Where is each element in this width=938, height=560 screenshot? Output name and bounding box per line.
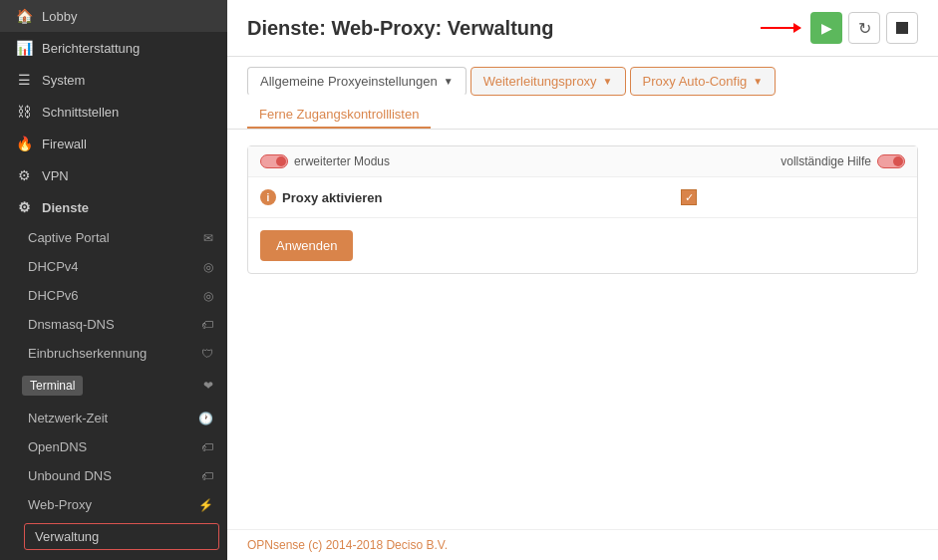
content-area: erweiterter Modus vollständige Hilfe i P… [227,130,938,529]
erweiterter-modus-toggle[interactable] [260,154,288,168]
sidebar-item-firewall[interactable]: 🔥 Firewall [0,128,227,159]
tab-row-sub: Ferne Zugangskontrolllisten [247,102,918,129]
einbruch-icon: 🛡 [201,347,213,361]
tab-weiter-label: Weiterleitungsproxy [483,74,597,89]
sidebar-label-netzwerk-zeit: Netzwerk-Zeit [28,411,108,425]
tab-ferne-label: Ferne Zugangskontrolllisten [259,107,419,122]
firewall-icon: 🔥 [14,136,34,151]
proxy-aktivieren-text: Proxy aktivieren [282,190,382,205]
terminal-icon: ❤ [203,379,213,393]
sidebar-item-web-proxy[interactable]: Web-Proxy ⚡ [0,490,227,519]
tab-allgemeine[interactable]: Allgemeine Proxyeinstellungen ▼ [247,67,467,96]
tab-proxy-auto-config[interactable]: Proxy Auto-Config ▼ [630,67,777,96]
dienste-icon: ⚙ [14,199,34,215]
sidebar-label-dhcpv6: DHCPv6 [28,288,79,303]
netzwerk-zeit-icon: 🕐 [198,412,213,425]
proxy-aktivieren-row: i Proxy aktivieren ✓ [248,177,917,218]
dhcpv6-icon: ◎ [203,289,213,303]
sidebar-item-system[interactable]: ☰ System [0,64,227,96]
refresh-button[interactable]: ↻ [848,12,880,44]
sidebar-label-dnsmasq: Dnsmasq-DNS [28,317,115,332]
sidebar-label-vpn: VPN [42,168,69,183]
apply-row: Anwenden [248,218,917,273]
topbar-actions: ▶ ↻ [761,12,918,44]
erweiterter-modus-label: erweiterter Modus [294,154,390,168]
sidebar-item-einbruchserkennung[interactable]: Einbruchserkennung 🛡 [0,339,227,368]
tab-ferne[interactable]: Ferne Zugangskontrolllisten [247,102,431,129]
content-header-row: erweiterter Modus vollständige Hilfe [248,146,917,177]
captive-icon: ✉ [203,231,213,245]
hilfe-row: vollständige Hilfe [781,154,905,168]
dnsmasq-icon: 🏷 [201,318,213,332]
main-content: Dienste: Web-Proxy: Verwaltung ▶ ↻ Allge… [227,0,938,560]
sidebar-label-lobby: Lobby [42,9,77,24]
sidebar-item-dhcpv4[interactable]: DHCPv4 ◎ [0,252,227,281]
content-box: erweiterter Modus vollständige Hilfe i P… [247,145,918,274]
sidebar-label-dienste: Dienste [42,200,89,215]
topbar: Dienste: Web-Proxy: Verwaltung ▶ ↻ [227,0,938,57]
sidebar-label-opendns: OpenDNS [28,439,87,454]
tab-proxy-label: Proxy Auto-Config [643,74,748,89]
sidebar-item-berichterstattung[interactable]: 📊 Berichterstattung [0,32,227,64]
anwenden-button[interactable]: Anwenden [260,230,353,261]
arrow-indicator [761,27,800,29]
sidebar-item-dienste[interactable]: ⚙ Dienste [0,191,227,223]
arrow-line [761,27,800,29]
sidebar-label-einbruch: Einbruchserkennung [28,346,147,361]
system-icon: ☰ [14,72,34,88]
schnittstellen-icon: ⛓ [14,104,34,120]
sidebar-label-system: System [42,73,85,88]
terminal-badge[interactable]: Terminal [22,376,83,396]
verwaltung-wrapper: Verwaltung [0,519,227,554]
sidebar-label-dhcpv4: DHCPv4 [28,259,79,274]
tab-proxy-caret: ▼ [753,76,763,87]
footer: OPNsense (c) 2014-2018 Deciso B.V. [227,529,938,560]
sidebar-label-firewall: Firewall [42,137,87,151]
berichterstattung-icon: 📊 [14,40,34,56]
stop-icon [896,22,908,34]
hilfe-toggle[interactable] [877,154,905,168]
sidebar-label-captive: Captive Portal [28,230,110,245]
tab-allgemeine-caret: ▼ [444,76,454,87]
unbound-icon: 🏷 [201,469,213,483]
sidebar-item-opendns[interactable]: OpenDNS 🏷 [0,432,227,461]
lobby-icon: 🏠 [14,8,34,24]
sidebar-label-schnittstellen: Schnittstellen [42,105,119,120]
tab-allgemeine-label: Allgemeine Proxyeinstellungen [260,74,438,89]
sidebar-label-web-proxy: Web-Proxy [28,497,92,512]
proxy-checkbox[interactable]: ✓ [681,189,697,205]
tabs-area: Allgemeine Proxyeinstellungen ▼ Weiterle… [227,57,938,130]
sidebar-label-unbound: Unbound DNS [28,468,112,483]
sidebar-label-verwaltung: Verwaltung [35,529,99,544]
sidebar-item-unbound-dns[interactable]: Unbound DNS 🏷 [0,461,227,490]
sidebar-item-dhcpv6[interactable]: DHCPv6 ◎ [0,281,227,310]
sidebar-item-vpn[interactable]: ⚙ VPN [0,159,227,191]
sidebar-item-captive-portal[interactable]: Captive Portal ✉ [0,223,227,252]
proxy-info-icon: i [260,189,276,205]
sidebar-item-schnittstellen[interactable]: ⛓ Schnittstellen [0,96,227,128]
sidebar-item-verwaltung[interactable]: Verwaltung [24,523,219,550]
opendns-icon: 🏷 [201,440,213,454]
web-proxy-icon: ⚡ [198,498,213,512]
sidebar-item-lobby[interactable]: 🏠 Lobby [0,0,227,32]
vollstaendige-hilfe-label: vollständige Hilfe [781,154,871,168]
sidebar-item-netzwerk-zeit[interactable]: Netzwerk-Zeit 🕐 [0,404,227,432]
play-button[interactable]: ▶ [810,12,842,44]
stop-button[interactable] [886,12,918,44]
sidebar: 🏠 Lobby 📊 Berichterstattung ☰ System ⛓ S… [0,0,227,560]
tab-weiterleitungsproxy[interactable]: Weiterleitungsproxy ▼ [470,67,626,96]
dhcpv4-icon: ◎ [203,260,213,274]
sidebar-item-dnsmasq[interactable]: Dnsmasq-DNS 🏷 [0,310,227,339]
vpn-icon: ⚙ [14,167,34,183]
tab-weiter-caret: ▼ [603,76,613,87]
erweiterter-modus-row: erweiterter Modus [260,154,390,168]
tab-row-main: Allgemeine Proxyeinstellungen ▼ Weiterle… [247,67,918,96]
page-title: Dienste: Web-Proxy: Verwaltung [247,17,761,40]
sidebar-label-berichterstattung: Berichterstattung [42,41,140,56]
terminal-row: Terminal ❤ [0,368,227,404]
footer-text: OPNsense (c) 2014-2018 Deciso B.V. [247,538,448,552]
proxy-label: i Proxy aktivieren [260,189,382,205]
